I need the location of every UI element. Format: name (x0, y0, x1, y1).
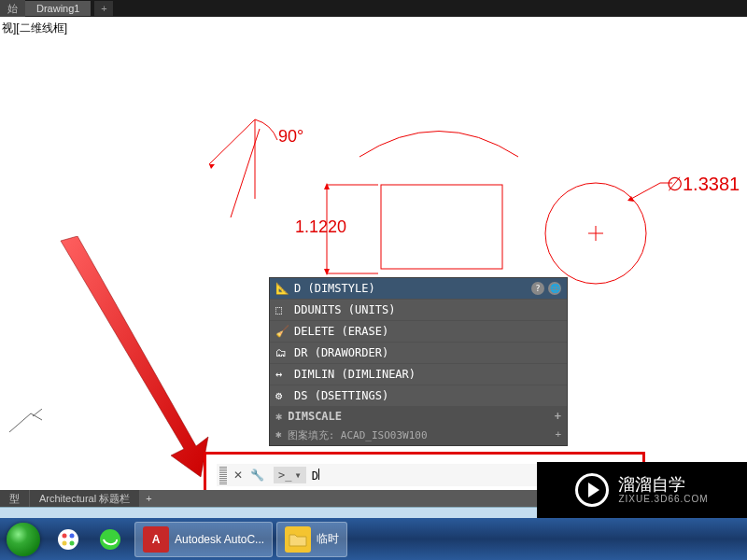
dsettings-icon: ⚙ (275, 389, 289, 402)
paint-icon (56, 527, 80, 552)
windows-logo-icon (7, 523, 40, 556)
layout-tab-model[interactable]: 型 (0, 490, 29, 508)
ucs-icon (5, 409, 42, 437)
start-button[interactable] (0, 518, 47, 560)
erase-icon: 🧹 (275, 325, 289, 338)
autocomplete-section-hatch[interactable]: ✱ 图案填充: ACAD_ISO03W100 + (270, 426, 567, 445)
ie-icon (98, 527, 122, 552)
autocomplete-section-label: DIMSCALE (288, 410, 342, 423)
autocomplete-item-label: DDUNITS (UNITS) (294, 303, 395, 316)
svg-point-15 (62, 540, 66, 545)
help-icon[interactable]: ? (531, 282, 544, 295)
expand-icon[interactable]: + (555, 428, 561, 442)
svg-line-11 (33, 409, 42, 416)
tab-add-button[interactable]: + (94, 1, 113, 16)
draworder-icon: 🗂 (275, 346, 289, 359)
close-icon[interactable]: ✕ (230, 469, 247, 482)
drag-handle[interactable] (219, 466, 227, 484)
svg-rect-3 (381, 185, 502, 269)
units-icon: ⬚ (275, 303, 289, 316)
autocomplete-item-label: DIMLIN (DIMLINEAR) (294, 368, 416, 381)
svg-point-14 (69, 533, 74, 538)
layout-tab-architectural[interactable]: Architectural 标题栏 (30, 490, 139, 508)
tab-drawing1[interactable]: Drawing1 (25, 1, 91, 16)
folder-icon (285, 526, 311, 553)
play-icon (575, 473, 609, 507)
taskbar-app-label: Autodesk AutoC... (175, 533, 264, 546)
autocomplete-item-label: DS (DSETTINGS) (294, 389, 388, 402)
autocomplete-section-sysvars[interactable]: ✱ DIMSCALE + (270, 407, 567, 426)
wrench-icon[interactable]: 🔧 (247, 469, 268, 482)
pinned-ie[interactable] (89, 522, 131, 557)
diameter-dimension-text: ∅1.3381 (667, 173, 740, 195)
taskbar-app-label: 临时 (317, 531, 339, 547)
pinned-paint[interactable] (47, 522, 89, 557)
history-dropdown-icon[interactable]: ▾ (294, 469, 301, 482)
windows-taskbar: A Autodesk AutoC... 临时 (0, 518, 747, 560)
angle-dimension-text: 90° (278, 127, 303, 147)
gear-icon: ✱ (275, 428, 282, 442)
autocomplete-item-label: D (DIMSTYLE) (294, 282, 375, 295)
svg-point-16 (69, 540, 74, 545)
autocomplete-item-ddunits[interactable]: ⬚ DDUNITS (UNITS) (270, 300, 567, 321)
dimlinear-icon: ↔ (275, 368, 289, 381)
autocomplete-item-delete[interactable]: 🧹 DELETE (ERASE) (270, 321, 567, 343)
watermark-url: ZIXUE.3D66.COM (618, 494, 708, 504)
expand-icon[interactable]: + (555, 410, 561, 423)
svg-line-10 (31, 413, 42, 420)
globe-icon[interactable]: 🌐 (548, 282, 561, 295)
svg-point-13 (62, 533, 66, 538)
autocomplete-item-dsettings[interactable]: ⚙ DS (DSETTINGS) (270, 385, 567, 407)
tab-partial[interactable]: 始 (0, 0, 25, 17)
autocomplete-item-dimstyle[interactable]: 📐 D (DIMSTYLE) ? 🌐 (270, 278, 567, 300)
svg-line-9 (9, 413, 31, 432)
svg-line-7 (631, 183, 660, 199)
gear-icon: ✱ (275, 410, 282, 423)
taskbar-app-autocad[interactable]: A Autodesk AutoC... (134, 522, 273, 557)
watermark-title: 溜溜自学 (618, 476, 708, 495)
svg-point-12 (58, 529, 78, 550)
layout-tab-add[interactable]: + (140, 493, 157, 504)
autocomplete-item-dimlinear[interactable]: ↔ DIMLIN (DIMLINEAR) (270, 364, 567, 385)
autocomplete-hatch-label: 图案填充: ACAD_ISO03W100 (288, 428, 428, 442)
autocomplete-item-label: DELETE (ERASE) (294, 325, 388, 338)
autocomplete-item-draworder[interactable]: 🗂 DR (DRAWORDER) (270, 343, 567, 364)
document-tab-bar: 始 Drawing1 + (0, 0, 747, 17)
autocomplete-item-label: DR (DRAWORDER) (294, 346, 388, 359)
command-prompt-icon: >_ ▾ (274, 467, 306, 483)
command-autocomplete-popup: 📐 D (DIMSTYLE) ? 🌐 ⬚ DDUNITS (UNITS) 🧹 D… (269, 277, 568, 446)
dimstyle-icon: 📐 (275, 282, 289, 295)
linear-dimension-text: 1.1220 (295, 217, 346, 237)
watermark-overlay: 溜溜自学 ZIXUE.3D66.COM (537, 462, 747, 518)
autocad-icon: A (143, 526, 169, 553)
taskbar-app-explorer[interactable]: 临时 (276, 522, 347, 557)
